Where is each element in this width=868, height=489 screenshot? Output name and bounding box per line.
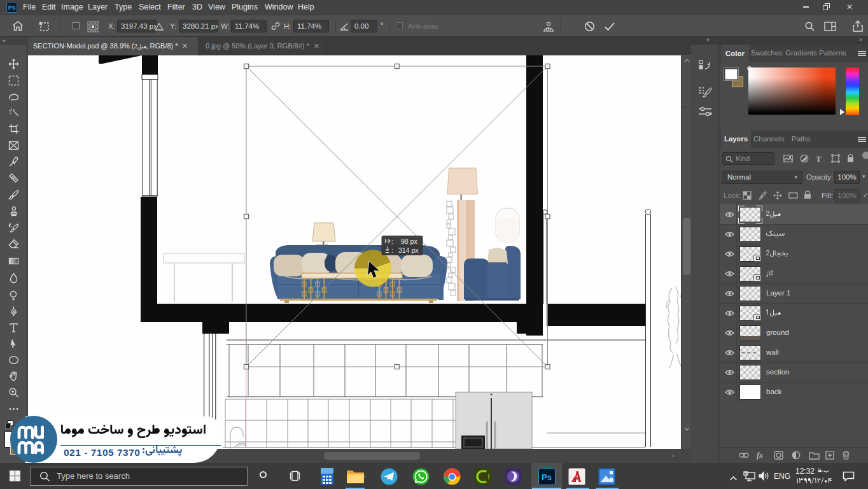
svg-text::: :: [391, 246, 393, 254]
svg-text:Ps: Ps: [542, 472, 552, 482]
svg-text::: :: [391, 237, 393, 245]
svg-text:98 px: 98 px: [401, 237, 417, 245]
svg-text:314 px: 314 px: [398, 246, 419, 254]
